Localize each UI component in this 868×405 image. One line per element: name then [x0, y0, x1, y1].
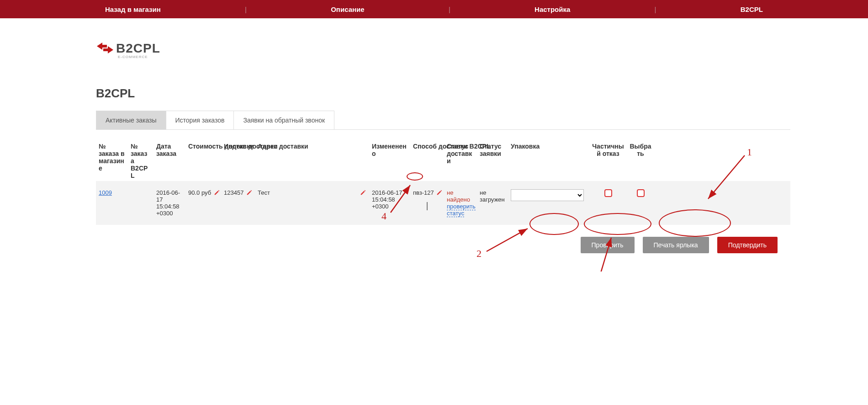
edit-cost-icon[interactable]	[214, 189, 220, 197]
edit-method-icon[interactable]	[436, 189, 443, 197]
cell-request-status: не загружен	[477, 187, 508, 205]
select-checkbox[interactable]	[637, 189, 645, 197]
col-b2cpl-order: № заказа B2CPL	[128, 141, 153, 181]
nav-description[interactable]: Описание	[331, 5, 364, 13]
annotation-ellipse-confirm	[659, 209, 731, 237]
shop-order-link[interactable]: 1009	[99, 189, 112, 196]
tabs: Активные заказы История заказов Заявки н…	[96, 111, 790, 130]
cell-delivery-index: 123457	[224, 189, 243, 196]
top-nav: Назад в магазин | Описание | Настройка |…	[0, 0, 868, 18]
col-delivery-status: Статус доставки	[444, 141, 477, 166]
nav-sep: |	[655, 5, 656, 13]
col-shop-order: № заказа в магазине	[96, 141, 128, 174]
col-partial-refuse: Частичный отказ	[589, 141, 627, 159]
check-status-link[interactable]: проверить статус	[447, 203, 476, 217]
partial-refuse-checkbox[interactable]	[604, 189, 612, 197]
confirm-button[interactable]: Подтвердить	[717, 237, 778, 253]
nav-sep: |	[449, 5, 450, 13]
cell-delivery-cost: 90.0 руб	[188, 189, 211, 196]
tab-callback-requests[interactable]: Заявки на обратный звонок	[233, 111, 334, 129]
nav-back[interactable]: Назад в магазин	[105, 5, 161, 13]
col-delivery-address: Адрес доставки	[255, 141, 369, 152]
logo-area: B2CPL E-COMMERCE	[96, 41, 790, 59]
cell-delivery-method: пвз-127	[413, 189, 434, 196]
edit-index-icon[interactable]	[246, 189, 253, 197]
cell-delivery-address: Тест	[258, 189, 270, 196]
col-delivery-cost: Стоимость доставки	[185, 141, 221, 152]
logo-icon	[96, 42, 114, 56]
page-container: B2CPL E-COMMERCE B2CPL Активные заказы И…	[78, 18, 790, 272]
cell-order-date: 2016-06-17 15:04:58 +0300	[153, 187, 185, 218]
nav-sep: |	[245, 5, 247, 13]
cell-b2cpl-order	[128, 187, 153, 191]
cell-changed: 2016-06-17 15:04:58 +0300	[369, 187, 410, 212]
col-request-status: Статус заявки	[477, 141, 508, 159]
col-packaging: Упаковка	[508, 141, 589, 152]
nav-settings[interactable]: Настройка	[535, 5, 570, 13]
col-select: Выбрать	[627, 141, 654, 159]
annotation-ellipse-2	[529, 213, 579, 235]
packaging-select[interactable]	[511, 189, 584, 201]
page-title: B2CPL	[96, 86, 790, 101]
logo-subtitle: E-COMMERCE	[118, 55, 790, 59]
col-delivery-index: Индекс доставки	[221, 141, 255, 152]
check-button[interactable]: Проверить	[581, 237, 635, 253]
print-label-button[interactable]: Печать ярлыка	[643, 237, 709, 253]
col-changed: Измененено	[369, 141, 410, 159]
tab-active-orders[interactable]: Активные заказы	[96, 111, 166, 129]
logo-text: B2CPL	[116, 41, 160, 56]
annotation-ellipse-3	[584, 213, 651, 235]
col-order-date: Дата заказа	[153, 141, 185, 159]
edit-address-icon[interactable]	[360, 189, 366, 197]
col-delivery-method: Способ доставки B2CPL	[410, 141, 444, 152]
nav-brand[interactable]: B2CPL	[741, 5, 763, 13]
delivery-status-text: не найдено	[447, 189, 470, 203]
annotation-ellipse-4	[407, 172, 423, 181]
tab-order-history[interactable]: История заказов	[166, 111, 234, 129]
action-bar: Проверить Печать ярлыка Подтвердить	[96, 237, 790, 253]
